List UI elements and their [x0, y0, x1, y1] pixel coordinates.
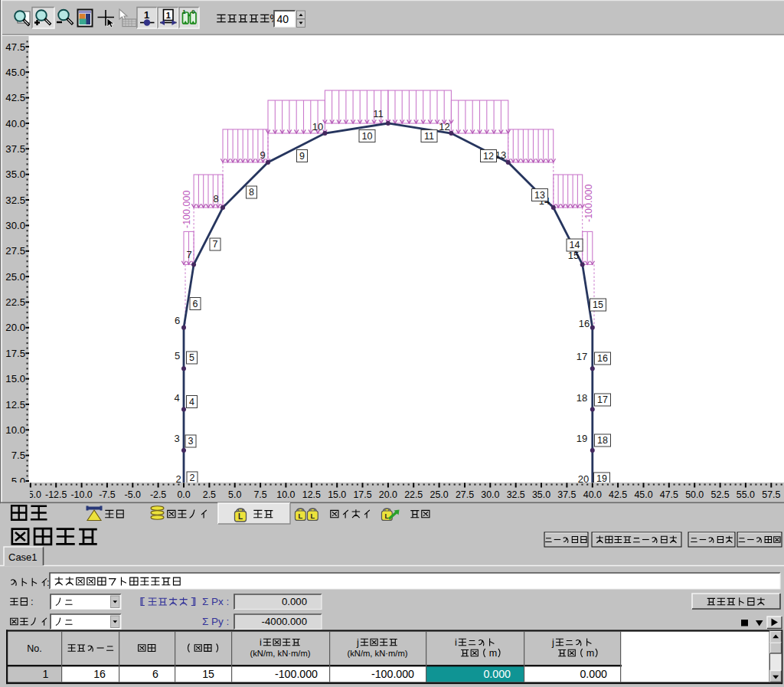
- svg-text:-4000.000: -4000.000: [262, 616, 307, 627]
- svg-text:-100.000: -100.000: [181, 191, 192, 228]
- svg-text:15: 15: [202, 668, 214, 680]
- svg-text:0.000: 0.000: [483, 668, 511, 680]
- svg-text:52.5: 52.5: [711, 489, 730, 500]
- svg-text:4: 4: [174, 392, 179, 404]
- svg-text:7.5: 7.5: [253, 489, 266, 500]
- svg-text:0.000: 0.000: [580, 668, 607, 680]
- svg-text:0.0: 0.0: [177, 489, 190, 500]
- svg-text:32.5: 32.5: [507, 489, 525, 500]
- svg-text:42.5: 42.5: [609, 489, 627, 500]
- svg-text:9: 9: [260, 149, 265, 161]
- svg-text:57.5: 57.5: [762, 489, 780, 500]
- svg-text:1: 1: [182, 8, 186, 15]
- svg-text:19: 19: [577, 433, 587, 444]
- svg-text:22.5: 22.5: [5, 296, 25, 308]
- svg-text:27.5: 27.5: [456, 489, 474, 500]
- svg-text:-2.5: -2.5: [150, 489, 166, 500]
- svg-text:16: 16: [597, 353, 608, 364]
- svg-text:Σ Px :: Σ Px :: [202, 596, 229, 607]
- svg-text:m: m: [489, 648, 498, 659]
- svg-text:37.5: 37.5: [5, 143, 25, 155]
- svg-text:42.5: 42.5: [5, 92, 25, 103]
- svg-text:30.0: 30.0: [481, 489, 499, 500]
- svg-text:15: 15: [593, 299, 603, 310]
- svg-text:-5.0: -5.0: [125, 489, 141, 500]
- svg-text:12: 12: [483, 151, 494, 162]
- svg-text:17: 17: [577, 351, 587, 362]
- svg-text:-100.000: -100.000: [275, 668, 318, 680]
- svg-text:14: 14: [570, 240, 580, 250]
- svg-text:12: 12: [439, 121, 449, 132]
- svg-text:12.5: 12.5: [5, 399, 25, 411]
- svg-text:55.0: 55.0: [737, 489, 755, 500]
- svg-text:27.5: 27.5: [5, 245, 25, 257]
- svg-text:0: 0: [191, 8, 195, 15]
- svg-text:10: 10: [362, 131, 373, 142]
- svg-text:2: 2: [190, 473, 195, 483]
- svg-text:11: 11: [373, 108, 384, 119]
- svg-text:20.0: 20.0: [379, 489, 397, 500]
- svg-text:16: 16: [579, 318, 590, 329]
- svg-text:j: j: [356, 637, 359, 648]
- svg-text:2.5: 2.5: [203, 489, 216, 500]
- svg-text:17.5: 17.5: [353, 489, 371, 500]
- svg-text:(kN/m, kN·m/m): (kN/m, kN·m/m): [250, 649, 311, 658]
- svg-text:40.0: 40.0: [583, 489, 602, 500]
- svg-text:(kN/m, kN·m/m): (kN/m, kN·m/m): [348, 649, 408, 658]
- svg-text:6: 6: [175, 315, 180, 326]
- svg-text:6: 6: [152, 668, 158, 680]
- svg-text:1: 1: [43, 668, 49, 680]
- svg-text:10.0: 10.0: [276, 489, 295, 500]
- svg-text:8: 8: [213, 193, 218, 204]
- svg-text:20.0: 20.0: [5, 322, 25, 333]
- svg-text:5.0: 5.0: [228, 489, 241, 500]
- svg-text:25.0: 25.0: [5, 271, 25, 283]
- svg-text:-100.000: -100.000: [371, 668, 414, 680]
- svg-text:L: L: [385, 512, 390, 520]
- svg-text:i: i: [260, 637, 262, 648]
- svg-text:12.5: 12.5: [302, 489, 321, 500]
- svg-text:10.0: 10.0: [5, 424, 25, 436]
- svg-text:18: 18: [577, 392, 587, 404]
- svg-text:17.5: 17.5: [5, 348, 25, 359]
- svg-text:-10.0: -10.0: [70, 489, 92, 500]
- svg-text:7: 7: [186, 249, 191, 260]
- svg-text:5: 5: [189, 352, 194, 363]
- svg-text:32.5: 32.5: [5, 195, 25, 206]
- svg-text:5: 5: [175, 350, 180, 361]
- svg-text:15.0: 15.0: [5, 373, 25, 384]
- svg-text:37.5: 37.5: [557, 489, 576, 500]
- svg-text::: :: [47, 577, 50, 588]
- svg-text:-100.000: -100.000: [583, 185, 594, 222]
- svg-text:40: 40: [277, 13, 289, 25]
- svg-text:25.0: 25.0: [430, 489, 449, 500]
- svg-text:11: 11: [424, 131, 434, 142]
- svg-text:3: 3: [188, 436, 194, 447]
- svg-text:-7.5: -7.5: [99, 489, 115, 500]
- svg-text:47.5: 47.5: [660, 489, 678, 500]
- svg-text:Case1: Case1: [8, 551, 38, 563]
- svg-text:35.0: 35.0: [532, 489, 550, 500]
- svg-text:40.0: 40.0: [5, 118, 25, 129]
- svg-text:10: 10: [312, 121, 323, 132]
- svg-text:16: 16: [93, 668, 106, 680]
- svg-text:0.000: 0.000: [282, 596, 307, 607]
- svg-text:35.0: 35.0: [5, 168, 25, 180]
- svg-text:22.5: 22.5: [404, 489, 423, 500]
- svg-text:4: 4: [189, 397, 194, 407]
- svg-text:No.: No.: [27, 643, 41, 654]
- svg-text:17: 17: [597, 394, 608, 405]
- svg-text:L: L: [311, 512, 315, 520]
- svg-text:50.0: 50.0: [685, 489, 704, 500]
- svg-text:45.0: 45.0: [634, 489, 652, 500]
- svg-text:Σ Py :: Σ Py :: [202, 616, 229, 627]
- svg-text:7: 7: [213, 239, 218, 250]
- svg-text:m: m: [586, 648, 595, 659]
- svg-text:18: 18: [597, 435, 608, 446]
- svg-text:L: L: [299, 512, 303, 520]
- svg-text:8: 8: [249, 187, 254, 198]
- svg-text:13: 13: [534, 190, 545, 201]
- svg-text:45.0: 45.0: [5, 67, 25, 78]
- svg-text:1: 1: [144, 9, 149, 21]
- svg-text:i: i: [455, 637, 457, 648]
